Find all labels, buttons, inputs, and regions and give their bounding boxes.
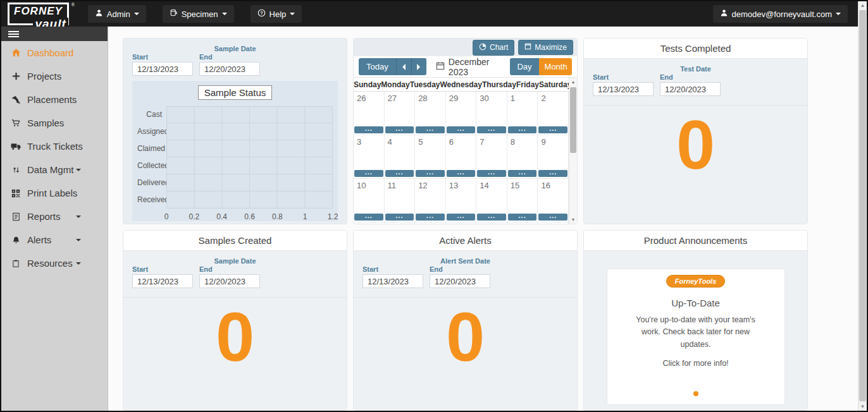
calendar-day-cell[interactable] (415, 222, 446, 224)
scroll-down-icon[interactable]: ▼ (859, 403, 867, 411)
chart-view-button[interactable]: Chart (473, 40, 514, 56)
end-date-input[interactable] (199, 62, 260, 76)
samples-created-body: Sample Date Start End 0 (123, 251, 347, 410)
more-events-button[interactable]: ... (508, 170, 537, 177)
start-date-input[interactable] (593, 82, 654, 96)
forneytools-badge[interactable]: ForneyTools (666, 275, 726, 288)
sidebar-item-print-labels[interactable]: Print Labels (1, 181, 108, 205)
calendar-day-cell[interactable]: 2... (538, 92, 569, 135)
end-date-input[interactable] (660, 82, 721, 96)
menu-admin[interactable]: Admin (88, 5, 146, 23)
calendar-day-cell[interactable] (538, 222, 569, 224)
more-events-button[interactable]: ... (354, 126, 383, 133)
calendar-day-cell[interactable]: 10... (354, 179, 385, 222)
calendar-scrollbar[interactable]: ▲ ▼ (569, 78, 577, 224)
more-events-button[interactable]: ... (477, 126, 506, 133)
user-menu[interactable]: demodev@forneyvault.com (713, 5, 848, 23)
menu-specimen[interactable]: Specimen (163, 5, 234, 23)
end-label: End (430, 265, 490, 273)
more-events-button[interactable]: ... (354, 170, 383, 177)
end-date-input[interactable] (199, 274, 260, 288)
more-events-button[interactable]: ... (416, 126, 445, 133)
scroll-down-icon[interactable]: ▼ (569, 215, 577, 224)
sidebar-item-truck-tickets[interactable]: Truck Tickets (1, 135, 108, 158)
chevron-down-icon (76, 239, 81, 244)
page-scrollbar[interactable]: ▲ ▼ (858, 1, 867, 411)
calendar-day-cell[interactable] (385, 222, 416, 224)
scroll-up-icon[interactable]: ▲ (859, 1, 867, 9)
more-events-button[interactable]: ... (538, 170, 567, 177)
start-date-input[interactable] (363, 274, 423, 288)
today-button[interactable]: Today (359, 58, 396, 75)
calendar-day-cell[interactable]: 9... (538, 135, 569, 179)
more-events-button[interactable]: ... (477, 170, 506, 177)
carousel-dot[interactable] (693, 391, 698, 396)
forneyvault-logo[interactable]: FORNEY vault ® (8, 3, 69, 25)
calendar-day-cell[interactable] (446, 222, 477, 224)
calendar-day-cell[interactable]: 8... (507, 135, 538, 179)
sidebar-item-reports[interactable]: Reports (1, 205, 108, 228)
more-events-button[interactable]: ... (447, 214, 476, 221)
more-events-button[interactable]: ... (538, 214, 567, 221)
sidebar-item-alerts[interactable]: Alerts (1, 228, 108, 251)
report-icon (9, 212, 23, 221)
more-events-button[interactable]: ... (416, 214, 445, 221)
start-date-input[interactable] (132, 62, 193, 76)
more-events-button[interactable]: ... (508, 126, 537, 133)
sidebar-item-data-mgmt[interactable]: Data Mgmt (1, 158, 108, 181)
menu-help[interactable]: ?Help (251, 5, 302, 23)
calendar-day-cell[interactable]: 26... (354, 92, 385, 135)
active-alerts-card: Active Alerts Alert Sent Date Start End (353, 230, 578, 411)
hamburger-icon[interactable] (8, 30, 19, 39)
calendar-day-cell[interactable]: 12... (415, 179, 446, 222)
calendar-day-cell[interactable] (354, 222, 385, 224)
calendar-day-cell[interactable]: 14... (476, 179, 507, 222)
start-date-input[interactable] (132, 274, 193, 288)
calendar-day-cell[interactable]: 11... (385, 179, 416, 222)
calendar-day-cell[interactable]: 28... (415, 92, 446, 135)
more-events-button[interactable]: ... (508, 214, 537, 221)
more-events-button[interactable]: ... (385, 170, 414, 177)
sidebar-item-resources[interactable]: Resources (1, 251, 108, 275)
more-events-button[interactable]: ... (447, 126, 476, 133)
calendar-day-cell[interactable]: 13... (446, 179, 477, 222)
next-month-button[interactable] (411, 58, 426, 75)
calendar-day-cell[interactable]: 27... (385, 92, 416, 135)
calendar-day-cell[interactable]: 5... (415, 135, 446, 179)
scrollbar-thumb[interactable] (859, 10, 866, 401)
sidebar-item-samples[interactable]: Samples (1, 111, 108, 135)
day-view-button[interactable]: Day (510, 58, 538, 75)
calendar-day-cell[interactable]: 4... (385, 135, 416, 179)
scroll-up-icon[interactable]: ▲ (569, 78, 577, 86)
calendar-day-cell[interactable]: 16... (538, 179, 569, 222)
calendar-day-cell[interactable] (507, 222, 538, 224)
end-date-input[interactable] (430, 274, 490, 288)
calendar-card: Chart Maximize Today Decembe (353, 38, 578, 224)
sidebar-item-dashboard[interactable]: Dashboard (1, 41, 108, 64)
more-events-button[interactable]: ... (385, 214, 414, 221)
more-events-button[interactable]: ... (354, 214, 383, 221)
calendar-day-cell[interactable]: 29... (446, 92, 477, 135)
month-view-button[interactable]: Month (539, 58, 572, 75)
announcement-item[interactable]: ForneyTools Up-To-Date You're up-to-date… (607, 269, 785, 405)
more-events-button[interactable]: ... (538, 126, 567, 133)
more-events-button[interactable]: ... (447, 170, 476, 177)
sidebar-item-placements[interactable]: Placements (1, 88, 108, 111)
scrollbar-thumb[interactable] (570, 87, 576, 153)
calendar-day-cell[interactable]: 15... (507, 179, 538, 222)
maximize-button[interactable]: Maximize (518, 40, 573, 55)
tests-completed-count: 0 (593, 112, 798, 178)
calendar-day-cell[interactable]: 3... (354, 135, 385, 179)
announcement-cta[interactable]: Click for more info! (662, 359, 728, 368)
prev-month-button[interactable] (396, 58, 411, 75)
calendar-day-cell[interactable]: 6... (446, 135, 477, 179)
calendar-day-cell[interactable] (476, 222, 507, 224)
calendar-day-cell[interactable]: 30... (476, 92, 507, 135)
more-events-button[interactable]: ... (416, 170, 445, 177)
calendar-day-cell[interactable]: 1... (507, 92, 538, 135)
sidebar-item-projects[interactable]: Projects (1, 64, 108, 88)
calendar-day-cell[interactable]: 7... (476, 135, 507, 179)
day-number: 7 (480, 137, 484, 147)
more-events-button[interactable]: ... (385, 126, 414, 133)
more-events-button[interactable]: ... (477, 214, 506, 221)
